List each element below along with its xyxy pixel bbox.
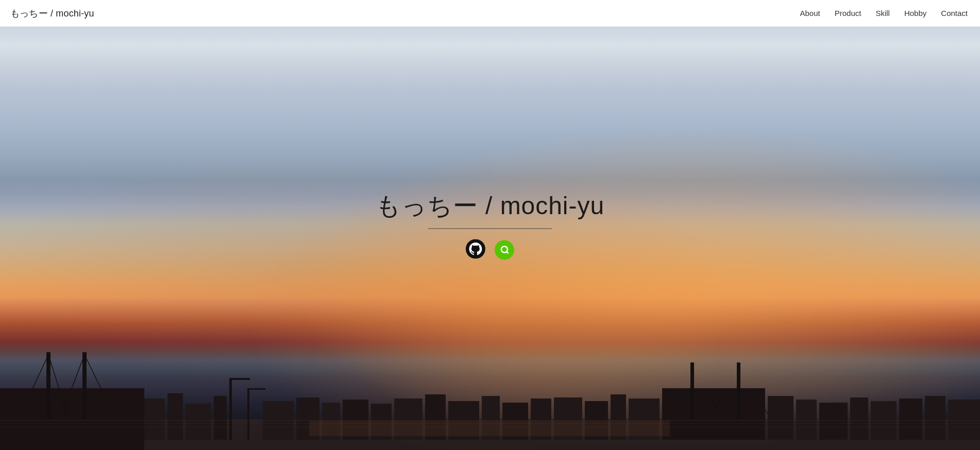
nav-contact[interactable]: Contact [941,9,968,18]
nav-about[interactable]: About [800,9,820,18]
svg-rect-15 [247,388,265,390]
svg-rect-39 [899,399,922,440]
svg-rect-42 [0,420,980,421]
qiita-link[interactable] [495,240,514,260]
hero-title: もっちー / mochi-yu [376,189,604,222]
site-header: もっちー / mochi-yu About Product Skill Hobb… [0,0,980,27]
svg-rect-31 [662,388,765,440]
nav-skill[interactable]: Skill [875,9,890,18]
svg-rect-9 [167,393,183,440]
svg-rect-40 [925,396,945,440]
svg-rect-10 [185,404,211,440]
svg-rect-1 [0,388,144,450]
svg-rect-2 [46,352,50,419]
svg-rect-11 [214,396,227,440]
qiita-icon [495,240,514,260]
svg-rect-35 [796,400,817,440]
nav-hobby[interactable]: Hobby [904,9,926,18]
github-icon [466,239,485,259]
svg-line-48 [506,252,508,253]
github-link[interactable] [466,239,485,261]
hero-content: もっちー / mochi-yu [376,189,604,261]
hero-cityscape [0,337,980,450]
hero-section: もっちー / mochi-yu [0,0,980,450]
svg-rect-14 [247,388,249,440]
svg-rect-13 [229,378,250,380]
svg-rect-37 [850,397,868,440]
hero-divider [428,229,552,229]
svg-rect-3 [82,352,87,419]
svg-rect-45 [309,421,670,436]
svg-rect-8 [144,399,165,440]
svg-point-46 [466,239,485,259]
nav-product[interactable]: Product [835,9,861,18]
svg-rect-41 [948,400,980,440]
site-title: もっちー / mochi-yu [10,7,94,20]
main-nav: About Product Skill Hobby Contact [800,9,968,18]
svg-rect-34 [768,396,793,440]
svg-rect-12 [229,378,232,440]
svg-rect-36 [819,403,848,440]
hero-social-icons [376,239,604,261]
